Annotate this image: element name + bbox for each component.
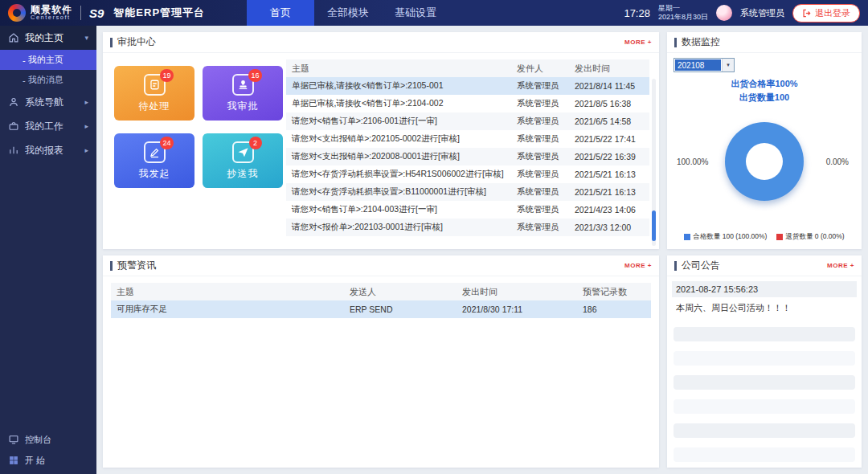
notice-datetime[interactable]: 2021-08-27 15:56:23 [672, 281, 857, 297]
panel-title: 数据监控 [682, 35, 720, 49]
donut-right-label: 0.00% [826, 157, 849, 166]
empty-row [674, 327, 855, 341]
column-header-record-count: 预警记录数 [577, 283, 651, 300]
sidebar-item-label: 我的主页 [25, 31, 63, 45]
legend-item-qualified: 合格数量 100 (100.00%) [684, 232, 767, 242]
sidebar-item-system-nav[interactable]: 系统导航 ▸ [0, 90, 96, 114]
shipment-count-text: 出货数量100 [667, 91, 862, 104]
empty-row [674, 351, 855, 366]
panel-accent-bar [674, 38, 677, 47]
tile-initiated-by-me[interactable]: 24 我发起 [114, 133, 194, 188]
panel-title: 公司公告 [682, 259, 720, 272]
tab-home[interactable]: 首页 [247, 0, 314, 26]
main-nav: 首页 全部模块 基础设置 [247, 0, 449, 26]
chevron-right-icon: ▸ [84, 146, 88, 154]
notice-empty-rows [672, 327, 857, 462]
badge-count: 19 [160, 69, 173, 82]
bar-chart-icon [8, 145, 19, 156]
chevron-right-icon: ▸ [84, 98, 88, 106]
sidebar-subitem-my-messages[interactable]: 我的消息 [0, 70, 96, 90]
sidebar-subitem-my-home[interactable]: 我的主页 [0, 50, 96, 70]
table-row[interactable]: 请您对<支出报销单>:202105-0002进行[审核]系统管理员2021/5/… [286, 130, 649, 148]
empty-row [674, 447, 855, 462]
home-icon [8, 32, 19, 43]
brand-badge: S9 [89, 6, 104, 20]
column-header-sent-time: 发出时间 [457, 283, 577, 300]
panel-title: 预警资讯 [117, 259, 156, 272]
start-button[interactable]: 开 始 [0, 450, 96, 471]
sidebar-subitem-label: 我的消息 [28, 74, 63, 86]
table-row[interactable]: 单据已审核,请接收<销售订单>:2105-001系统管理员2021/8/14 1… [286, 77, 649, 95]
tab-basic-settings[interactable]: 基础设置 [382, 0, 449, 26]
warning-table: 主题 发送人 发出时间 预警记录数 可用库存不足 ERP SEND 2021/8… [111, 283, 651, 318]
brand-divider [80, 6, 81, 20]
approval-table: 主题 发件人 发出时间 单据已审核,请接收<销售订单>:2105-001系统管理… [286, 59, 649, 236]
warning-table-wrap: 主题 发送人 发出时间 预警记录数 可用库存不足 ERP SEND 2021/8… [111, 283, 651, 318]
user-name: 系统管理员 [740, 7, 784, 19]
date-label: 2021年8月30日 [658, 13, 708, 22]
column-header-subject: 主题 [286, 59, 511, 77]
pass-rate-text: 出货合格率100% [667, 77, 862, 91]
edit-icon [149, 146, 161, 158]
approval-body: 19 待处理 16 我审批 24 我发起 [103, 53, 659, 249]
table-row[interactable]: 请您对<存货浮动耗损率设置>:B11000001进行[审核]系统管理员2021/… [286, 183, 649, 201]
table-row[interactable]: 请您对<报价单>:202103-0001进行[审核]系统管理员2021/3/3 … [286, 219, 649, 236]
scrollbar-track [652, 79, 656, 246]
paper-plane-icon [237, 146, 249, 158]
tile-label: 我审批 [227, 100, 259, 113]
legend-color-returned [776, 234, 783, 240]
sidebar-item-my-reports[interactable]: 我的报表 ▸ [0, 138, 96, 162]
tile-my-approvals[interactable]: 16 我审批 [203, 66, 283, 121]
table-row[interactable]: 可用库存不足 ERP SEND 2021/8/30 17:11 186 [111, 300, 651, 318]
panel-accent-bar [110, 38, 113, 47]
table-row[interactable]: 请您对<销售订单>:2104-003进行[一审]系统管理员2021/4/23 1… [286, 201, 649, 219]
tile-icon-box: 2 [232, 141, 254, 163]
warning-news-panel: 预警资讯 MORE + 主题 发送人 发出时间 预警记录数 可用库存不足 [103, 255, 659, 468]
table-row[interactable]: 单据已审核,请接收<销售订单>:2104-002系统管理员2021/8/5 16… [286, 95, 649, 112]
stamp-icon [237, 79, 249, 91]
sidebar-item-label: 我的工作 [25, 120, 63, 133]
tile-label: 我发起 [139, 167, 170, 181]
start-label: 开 始 [25, 455, 45, 467]
donut-chart: 100.00% 0.00% [667, 114, 862, 209]
sidebar-item-my-home[interactable]: 我的主页 ▾ [0, 26, 96, 50]
scrollbar-thumb[interactable] [652, 210, 656, 241]
logout-label: 退出登录 [815, 7, 850, 19]
donut-ring [725, 122, 804, 201]
sidebar-item-my-work[interactable]: 我的工作 ▸ [0, 114, 96, 138]
panel-header: 公司公告 MORE + [667, 255, 862, 276]
logout-button[interactable]: 退出登录 [792, 4, 860, 22]
tile-pending[interactable]: 19 待处理 [114, 66, 194, 121]
badge-count: 24 [160, 137, 173, 149]
tile-cc-to-me[interactable]: 2 抄送我 [203, 133, 283, 188]
column-header-sent-time: 发出时间 [569, 59, 649, 77]
console-icon [8, 434, 19, 445]
user-avatar[interactable] [716, 5, 732, 21]
period-select[interactable]: 202108 ▾ [674, 58, 735, 72]
tile-label: 抄送我 [227, 167, 259, 181]
tab-all-modules[interactable]: 全部模块 [314, 0, 382, 26]
sidebar-subitem-label: 我的主页 [28, 54, 63, 66]
table-row[interactable]: 请您对<销售订单>:2106-001进行[一审]系统管理员2021/6/5 14… [286, 112, 649, 130]
clipboard-icon [149, 79, 161, 91]
notice-more-button[interactable]: MORE + [827, 262, 854, 269]
legend-item-returned: 退货数量 0 (0.00%) [776, 232, 844, 242]
table-row[interactable]: 请您对<支出报销单>:202008-0001进行[审核]系统管理员2021/5/… [286, 148, 649, 165]
approval-more-button[interactable]: MORE + [624, 39, 652, 46]
notice-text[interactable]: 本周六、周日公司活动！！！ [672, 297, 857, 317]
brand-swirl-icon [8, 4, 26, 22]
shipment-stats: 出货合格率100% 出货数量100 [667, 77, 862, 104]
console-button[interactable]: 控制台 [0, 429, 96, 450]
tile-icon-box: 19 [144, 74, 166, 96]
clock-time: 17:28 [624, 7, 650, 19]
console-label: 控制台 [25, 434, 51, 446]
warning-more-button[interactable]: MORE + [624, 262, 652, 269]
tile-icon-box: 24 [144, 141, 166, 163]
sidebar-item-label: 系统导航 [25, 96, 63, 109]
date-block: 星期一 2021年8月30日 [658, 4, 708, 22]
monitor-body: 202108 ▾ 出货合格率100% 出货数量100 100.00% 0.00%… [667, 53, 862, 249]
chevron-down-icon: ▾ [722, 59, 734, 72]
brand-logo: 顺景软件 Centersoft S9 智能ERP管理平台 [0, 4, 213, 22]
table-row[interactable]: 请您对<存货浮动耗损率设置>:H54R1S006002进行[审核]系统管理员20… [286, 165, 649, 183]
badge-count: 16 [248, 69, 261, 82]
